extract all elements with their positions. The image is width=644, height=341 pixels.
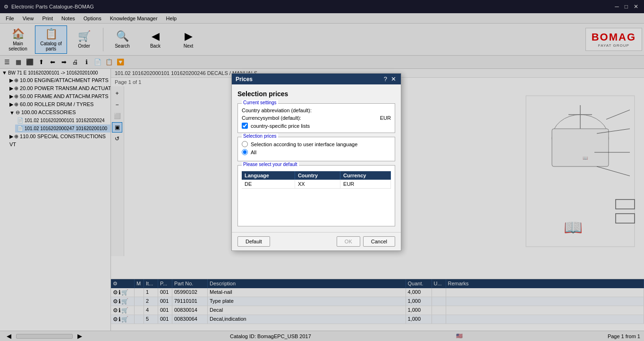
currency-label: Currencysymbol (default): <box>242 115 301 121</box>
col-country[interactable]: Country <box>295 171 340 180</box>
radio-all[interactable] <box>242 149 248 155</box>
cancel-button[interactable]: Cancel <box>363 236 395 247</box>
modal-title-controls: ? ✕ <box>383 75 397 83</box>
country-abbrev-row: Country abbreviation (default): <box>242 108 391 113</box>
footer-btn-group: OK Cancel <box>337 236 395 247</box>
modal-close-button[interactable]: ✕ <box>390 75 397 83</box>
radio-ui-language[interactable] <box>242 141 248 147</box>
modal-section-title: Selection prices <box>237 90 395 98</box>
modal-title: Prices <box>236 76 253 83</box>
default-currency: EUR <box>340 180 391 189</box>
selection-prices-label: Selection prices <box>242 133 278 139</box>
currency-value: EUR <box>380 115 391 121</box>
col-currency[interactable]: Currency <box>340 171 391 180</box>
checkbox-label: country-specific price lists <box>251 123 310 129</box>
ok-button[interactable]: OK <box>337 236 360 247</box>
default-country: XX <box>295 180 340 189</box>
modal-help-button[interactable]: ? <box>383 75 388 83</box>
radio-row-2: All <box>242 149 391 155</box>
radio-label-2: All <box>251 150 256 155</box>
modal-footer: Default OK Cancel <box>232 232 401 250</box>
modal-overlay: Prices ? ✕ Selection prices Current sett… <box>0 0 644 341</box>
default-table: Language Country Currency DE XX EUR <box>242 171 391 189</box>
currency-row: Currencysymbol (default): EUR <box>242 115 391 121</box>
modal-title-bar: Prices ? ✕ <box>232 74 401 84</box>
please-select-label: Please select your default <box>242 162 299 167</box>
radio-label-1: Selection according to user interface la… <box>251 141 357 147</box>
country-abbrev-label: Country abbreviation (default): <box>242 108 312 113</box>
col-language[interactable]: Language <box>242 171 295 180</box>
country-specific-checkbox[interactable] <box>242 123 248 129</box>
default-language: DE <box>242 180 295 189</box>
current-settings-label: Current settings <box>242 100 278 105</box>
modal-body: Selection prices Current settings Countr… <box>232 84 401 232</box>
checkbox-row: country-specific price lists <box>242 123 391 129</box>
default-table-row[interactable]: DE XX EUR <box>242 180 391 189</box>
default-button[interactable]: Default <box>237 236 270 247</box>
radio-row-1: Selection according to user interface la… <box>242 141 391 147</box>
prices-modal: Prices ? ✕ Selection prices Current sett… <box>231 73 401 251</box>
